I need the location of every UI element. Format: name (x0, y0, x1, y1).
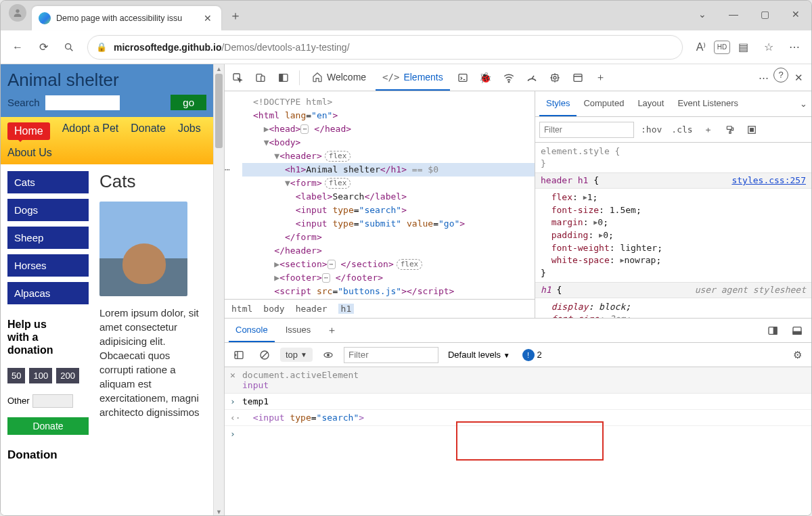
source-link[interactable]: styles.css:257 (731, 174, 806, 187)
application-icon[interactable] (568, 68, 588, 88)
svg-point-0 (16, 9, 19, 13)
svg-rect-14 (727, 126, 731, 129)
console-sidebar-icon[interactable] (229, 345, 249, 365)
svg-point-1 (66, 43, 71, 49)
cls-toggle[interactable]: .cls (669, 124, 695, 135)
content-heading: Cats (99, 171, 206, 192)
edge-icon (39, 12, 51, 24)
more-icon[interactable]: ⋯ (782, 34, 807, 60)
inspect-icon[interactable] (227, 68, 248, 88)
console-settings-icon[interactable]: ⚙ (787, 345, 807, 365)
box-model-icon[interactable] (743, 121, 761, 139)
side-cats[interactable]: Cats (7, 171, 89, 193)
live-expr-icon[interactable] (318, 345, 338, 365)
console-icon[interactable] (453, 68, 473, 88)
tab-elements[interactable]: </> Elements (376, 64, 450, 91)
drawer-add-tab[interactable]: ＋ (321, 321, 342, 341)
breadcrumb[interactable]: html body header h1 (225, 299, 535, 318)
profile-avatar[interactable] (9, 4, 26, 22)
donation-heading: Donation (7, 448, 89, 462)
issues-count[interactable]: !2 (522, 349, 542, 361)
styles-panel[interactable]: element.style { } header h1 { styles.css… (535, 143, 811, 318)
other-label: Other (7, 396, 30, 406)
search-submit[interactable]: go (171, 95, 206, 110)
refresh-button[interactable]: ⟳ (30, 34, 56, 60)
svg-line-2 (70, 49, 72, 51)
address-bar[interactable]: 🔒 microsoftedge.github.io/Demos/devtools… (87, 35, 683, 60)
svg-rect-21 (793, 331, 801, 334)
nav-about[interactable]: About Us (7, 147, 52, 159)
paint-icon[interactable] (721, 121, 739, 139)
svg-line-25 (262, 352, 267, 358)
close-tab-icon[interactable]: ✕ (201, 11, 215, 25)
drawer-dock-icon[interactable] (763, 321, 783, 341)
donate-button[interactable]: Donate (7, 417, 89, 435)
category-sidebar: Cats Dogs Sheep Horses Alpacas Help us w… (7, 171, 89, 462)
read-aloud-icon[interactable]: A⁾ (688, 34, 714, 60)
nav-adopt[interactable]: Adopt a Pet (62, 122, 119, 140)
drawer-tab-issues[interactable]: Issues (279, 319, 318, 342)
url-text: microsoftedge.github.io/Demos/devtools-a… (114, 42, 350, 53)
side-sheep[interactable]: Sheep (7, 227, 89, 249)
context-selector[interactable]: top ▼ (280, 348, 313, 362)
donation-presets: 50 100 200 (7, 368, 89, 383)
chevron-down-icon[interactable]: ⌄ (687, 1, 718, 28)
close-window-icon[interactable]: ✕ (780, 1, 811, 28)
hd-icon[interactable]: HD (714, 41, 730, 54)
hov-toggle[interactable]: :hov (638, 124, 664, 135)
back-button[interactable]: ← (5, 34, 30, 60)
tab-welcome[interactable]: Welcome (305, 64, 373, 91)
styles-tab-layout[interactable]: Layout (631, 91, 671, 116)
svg-rect-10 (551, 74, 558, 80)
search-button[interactable] (56, 34, 82, 60)
search-label: Search (7, 97, 40, 108)
new-tab-button[interactable]: ＋ (224, 4, 247, 27)
devtools-close-icon[interactable]: ✕ (788, 68, 809, 88)
side-horses[interactable]: Horses (7, 254, 89, 277)
donation-100[interactable]: 100 (29, 368, 52, 383)
performance-icon[interactable] (522, 68, 542, 88)
side-dogs[interactable]: Dogs (7, 199, 89, 221)
content-text: Lorem ipsum dolor, sit amet consectetur … (99, 306, 206, 419)
maximize-icon[interactable]: ▢ (749, 1, 780, 28)
favorite-icon[interactable]: ☆ (756, 34, 782, 60)
nav-jobs[interactable]: Jobs (178, 122, 201, 140)
search-input[interactable] (45, 95, 120, 110)
reading-mode-icon[interactable]: ▤ (730, 34, 756, 60)
dock-icon[interactable] (273, 68, 294, 88)
network-icon[interactable] (499, 68, 519, 88)
styles-tab-events[interactable]: Event Listeners (671, 91, 745, 116)
console-filter[interactable] (344, 347, 438, 363)
bug-icon[interactable]: 🐞 (476, 68, 496, 88)
svg-point-27 (328, 354, 330, 356)
minimize-icon[interactable]: ― (718, 1, 749, 28)
console-output[interactable]: ✕ document.activeElement input › temp1 ‹… (225, 367, 811, 516)
page-scrollbar[interactable]: ▲ ▼ (213, 64, 224, 516)
device-icon[interactable] (250, 68, 271, 88)
styles-filter[interactable] (539, 122, 634, 138)
dom-tree[interactable]: <!DOCTYPE html> <html lang="en"> ▶<head>… (225, 91, 535, 299)
new-rule-icon[interactable]: ＋ (700, 121, 717, 139)
clear-console-icon[interactable] (254, 345, 275, 365)
browser-tab[interactable]: Demo page with accessibility issu ✕ (32, 6, 221, 30)
memory-icon[interactable] (545, 68, 565, 88)
chevron-down-icon[interactable]: ⌄ (800, 99, 807, 109)
other-input[interactable] (32, 394, 73, 408)
side-alpacas[interactable]: Alpacas (7, 282, 89, 304)
styles-tab-styles[interactable]: Styles (539, 91, 577, 116)
nav-donate[interactable]: Donate (131, 122, 166, 140)
styles-tab-computed[interactable]: Computed (577, 91, 631, 116)
donation-200[interactable]: 200 (56, 368, 79, 383)
more-tabs-icon[interactable]: ＋ (591, 68, 611, 88)
nav-home[interactable]: Home (7, 122, 50, 140)
page-content: Animal shelter Search go Home Adopt a Pe… (1, 64, 213, 516)
drawer-tab-console[interactable]: Console (229, 319, 275, 342)
page-title: Animal shelter (7, 70, 206, 91)
devtools-more-icon[interactable]: ⋯ (753, 68, 773, 88)
donation-50[interactable]: 50 (7, 368, 25, 383)
drawer-expand-icon[interactable] (787, 321, 807, 341)
svg-rect-22 (235, 351, 243, 358)
help-icon[interactable]: ? (773, 68, 788, 83)
svg-rect-15 (729, 131, 730, 133)
log-levels[interactable]: Default levels ▼ (448, 350, 510, 360)
